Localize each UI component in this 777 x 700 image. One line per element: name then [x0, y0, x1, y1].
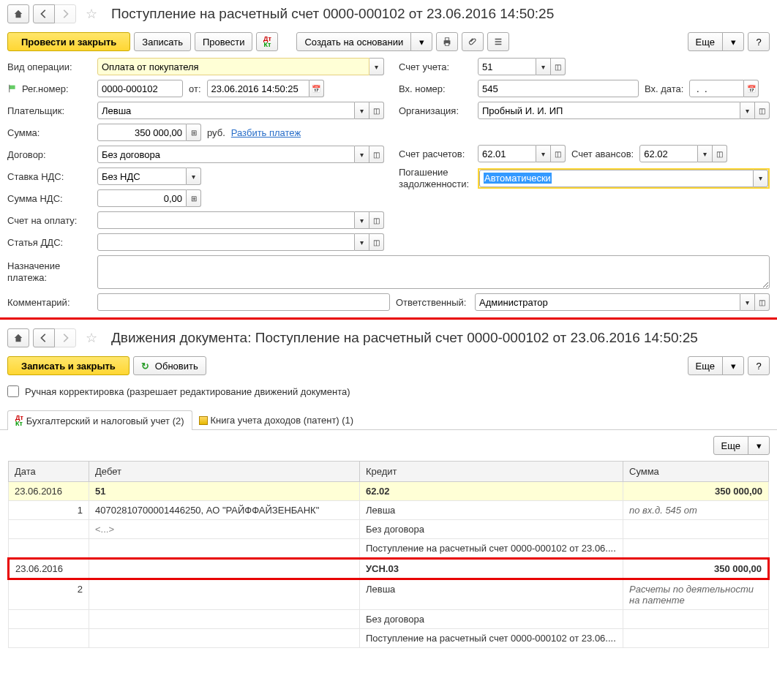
purpose-textarea[interactable]	[97, 255, 770, 289]
paperclip-icon	[468, 37, 478, 47]
th-debit[interactable]: Дебет	[89, 462, 360, 482]
forward-button[interactable]	[54, 4, 76, 23]
vat-rate-dropdown[interactable]: ▾	[187, 168, 201, 185]
label-in-date: Вх. дата:	[645, 83, 683, 94]
home-button[interactable]	[7, 4, 29, 23]
more-button-2[interactable]: Еще	[688, 356, 723, 375]
dds-dropdown[interactable]: ▾	[355, 233, 369, 251]
label-payer: Плательщик:	[7, 105, 91, 116]
table-row[interactable]: Без договора	[9, 610, 769, 629]
back-button-2[interactable]	[33, 328, 55, 347]
date-input[interactable]	[207, 80, 309, 97]
dds-input[interactable]	[97, 233, 355, 251]
create-based-dropdown[interactable]: ▾	[410, 32, 432, 51]
contract-input[interactable]	[97, 146, 355, 163]
save-button[interactable]: Записать	[134, 32, 191, 51]
contract-dropdown[interactable]: ▾	[355, 146, 369, 163]
tab-accounting[interactable]: ДтКт Бухгалтерский и налоговый учет (2)	[7, 410, 192, 430]
table-row[interactable]: 23.06.20165162.02350 000,00	[9, 482, 769, 501]
settle-acc-open[interactable]: ◫	[551, 145, 566, 162]
post-and-close-button[interactable]: Провести и закрыть	[7, 32, 130, 51]
table-row[interactable]: Поступление на расчетный счет 0000-00010…	[9, 629, 769, 648]
home-button-2[interactable]	[7, 328, 29, 347]
org-dropdown[interactable]: ▾	[740, 102, 755, 119]
th-credit[interactable]: Кредит	[360, 462, 623, 482]
contract-open[interactable]: ◫	[369, 146, 384, 163]
list-button[interactable]	[487, 32, 509, 51]
help-button-2[interactable]: ?	[748, 356, 770, 375]
refresh-button[interactable]: Обновить	[133, 356, 206, 375]
more-dropdown-1[interactable]: ▾	[722, 32, 744, 51]
responsible-open[interactable]: ◫	[755, 293, 770, 311]
split-payment-link[interactable]: Разбить платеж	[231, 127, 301, 138]
debt-repay-value: Автоматически	[484, 173, 552, 184]
in-date-input[interactable]	[689, 80, 744, 97]
forward-button-2[interactable]	[54, 328, 76, 347]
debt-repay-input[interactable]: Автоматически	[479, 170, 754, 187]
vat-rate-input[interactable]	[97, 168, 187, 185]
create-based-button[interactable]: Создать на основании	[296, 32, 411, 51]
tab-patent-book[interactable]: Книга учета доходов (патент) (1)	[192, 412, 361, 428]
in-date-picker[interactable]: 📅	[744, 80, 759, 97]
responsible-dropdown[interactable]: ▾	[740, 293, 755, 311]
label-dds: Статья ДДС:	[7, 237, 91, 248]
account-input[interactable]	[478, 58, 536, 75]
section-divider	[0, 317, 777, 320]
label-currency: руб.	[207, 127, 225, 138]
favorite-star-icon[interactable]: ☆	[86, 6, 97, 22]
more-button-1[interactable]: Еще	[688, 32, 723, 51]
sum-calc[interactable]: ⊞	[187, 124, 201, 141]
payer-open[interactable]: ◫	[369, 102, 384, 119]
org-open[interactable]: ◫	[755, 102, 770, 119]
print-button[interactable]	[436, 32, 458, 51]
sum-input[interactable]	[97, 124, 187, 141]
label-contract: Договор:	[7, 149, 91, 160]
arrow-right-icon	[60, 333, 70, 343]
advance-acc-dropdown[interactable]: ▾	[698, 145, 713, 162]
table-row[interactable]: 140702810700001446250, АО "РАЙФФАЙЗЕНБАН…	[9, 501, 769, 520]
table-row[interactable]: 2ЛевшаРасчеты по деятельности на патенте	[9, 579, 769, 610]
manual-correction-checkbox[interactable]	[7, 385, 19, 397]
back-button[interactable]	[33, 4, 55, 23]
invoice-open[interactable]: ◫	[369, 211, 384, 229]
post-button[interactable]: Провести	[195, 32, 253, 51]
table-row[interactable]: Поступление на расчетный счет 0000-00010…	[9, 539, 769, 559]
settle-acc-dropdown[interactable]: ▾	[536, 145, 551, 162]
org-input[interactable]	[478, 102, 740, 119]
dtkt-button[interactable]: ДтКт	[256, 32, 278, 51]
dds-open[interactable]: ◫	[369, 233, 384, 251]
favorite-star-icon-2[interactable]: ☆	[86, 330, 97, 346]
settle-acc-input[interactable]	[478, 145, 536, 162]
payer-dropdown[interactable]: ▾	[355, 102, 369, 119]
account-open[interactable]: ◫	[551, 58, 566, 75]
th-date[interactable]: Дата	[9, 462, 89, 482]
comment-input[interactable]	[97, 293, 390, 311]
op-type-input[interactable]	[97, 58, 369, 75]
advance-acc-open[interactable]: ◫	[713, 145, 727, 162]
reg-flag-icon	[7, 83, 19, 94]
vat-sum-calc[interactable]: ⊞	[187, 189, 201, 207]
reg-num-input[interactable]	[97, 80, 183, 97]
debt-repay-dropdown[interactable]: ▾	[754, 170, 768, 187]
table-more-button[interactable]: Еще	[713, 436, 748, 455]
responsible-input[interactable]	[475, 293, 740, 311]
more-dropdown-2[interactable]: ▾	[722, 356, 744, 375]
advance-acc-input[interactable]	[639, 145, 698, 162]
invoice-input[interactable]	[97, 211, 355, 229]
table-row[interactable]: <...>Без договора	[9, 520, 769, 539]
attach-button[interactable]	[462, 32, 484, 51]
payer-input[interactable]	[97, 102, 355, 119]
arrow-right-icon	[60, 9, 70, 19]
account-dropdown[interactable]: ▾	[536, 58, 551, 75]
date-picker-btn[interactable]: 📅	[309, 80, 324, 97]
vat-sum-input[interactable]	[97, 189, 187, 207]
invoice-dropdown[interactable]: ▾	[355, 211, 369, 229]
op-type-dropdown[interactable]: ▾	[369, 58, 384, 75]
th-sum[interactable]: Сумма	[623, 462, 769, 482]
table-row[interactable]: 23.06.2016УСН.03350 000,00	[9, 559, 769, 579]
label-invoice: Счет на оплату:	[7, 215, 91, 226]
help-button-1[interactable]: ?	[748, 32, 770, 51]
table-more-dropdown[interactable]: ▾	[748, 436, 770, 455]
save-close-button[interactable]: Записать и закрыть	[7, 356, 130, 375]
in-num-input[interactable]	[478, 80, 639, 97]
